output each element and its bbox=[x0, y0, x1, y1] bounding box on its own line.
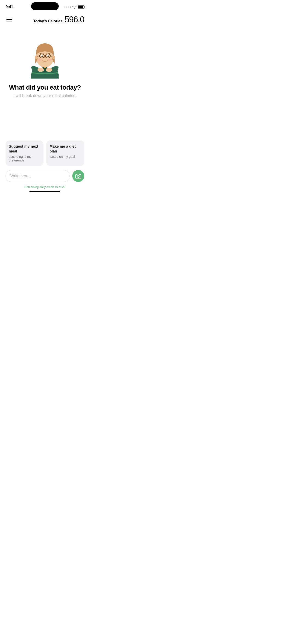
svg-point-4 bbox=[35, 56, 38, 59]
svg-point-18 bbox=[48, 58, 52, 61]
status-time: 9:41 bbox=[6, 4, 13, 9]
message-input[interactable] bbox=[6, 170, 70, 182]
bottom-section: Suggest my next meal according to my pre… bbox=[0, 140, 90, 191]
suggestion-card-meal[interactable]: Suggest my next meal according to my pre… bbox=[6, 140, 44, 166]
menu-line-3 bbox=[6, 21, 12, 22]
svg-point-20 bbox=[46, 68, 52, 72]
menu-line-1 bbox=[6, 18, 12, 18]
menu-line-2 bbox=[6, 19, 12, 20]
suggestion-card-diet[interactable]: Make me a diet plan based on my goal bbox=[46, 140, 84, 166]
camera-icon bbox=[75, 174, 81, 178]
avatar-container bbox=[23, 31, 67, 80]
input-row bbox=[6, 170, 84, 182]
home-bar bbox=[30, 191, 60, 192]
calories-value: 596.0 bbox=[65, 15, 84, 24]
svg-point-17 bbox=[38, 58, 42, 61]
home-indicator bbox=[0, 191, 90, 194]
status-icons bbox=[64, 5, 84, 8]
camera-button[interactable] bbox=[72, 170, 84, 182]
suggestion-diet-title: Make me a diet plan bbox=[50, 144, 81, 154]
svg-point-13 bbox=[42, 56, 43, 57]
svg-point-21 bbox=[77, 176, 80, 178]
credit-text: Remaining daily credit 19 of 20 bbox=[6, 185, 84, 189]
header: Today's Calories: 596.0 bbox=[0, 12, 90, 27]
main-content: What did you eat today? I will break dow… bbox=[0, 27, 90, 119]
menu-button[interactable] bbox=[6, 17, 13, 22]
avatar bbox=[24, 32, 66, 78]
spacer bbox=[0, 119, 90, 140]
greeting-title: What did you eat today? bbox=[9, 84, 81, 91]
signal-icon bbox=[64, 6, 71, 8]
calories-label: Today's Calories: bbox=[34, 19, 64, 23]
svg-point-14 bbox=[48, 56, 49, 57]
svg-point-15 bbox=[42, 56, 42, 56]
battery-icon bbox=[78, 5, 84, 8]
svg-point-5 bbox=[52, 56, 55, 59]
suggestion-meal-title: Suggest my next meal bbox=[9, 144, 40, 154]
svg-point-19 bbox=[38, 68, 44, 72]
svg-point-16 bbox=[48, 56, 48, 56]
wifi-icon bbox=[72, 5, 76, 8]
suggestion-diet-subtitle: based on my goal bbox=[50, 155, 81, 158]
suggestion-meal-subtitle: according to my preference bbox=[9, 155, 40, 162]
status-bar: 9:41 bbox=[0, 0, 90, 12]
greeting-subtitle: I will break down your meal calories. bbox=[13, 94, 76, 98]
dynamic-island bbox=[31, 2, 59, 10]
calories-display: Today's Calories: 596.0 bbox=[34, 15, 84, 24]
suggestion-cards: Suggest my next meal according to my pre… bbox=[6, 140, 84, 166]
